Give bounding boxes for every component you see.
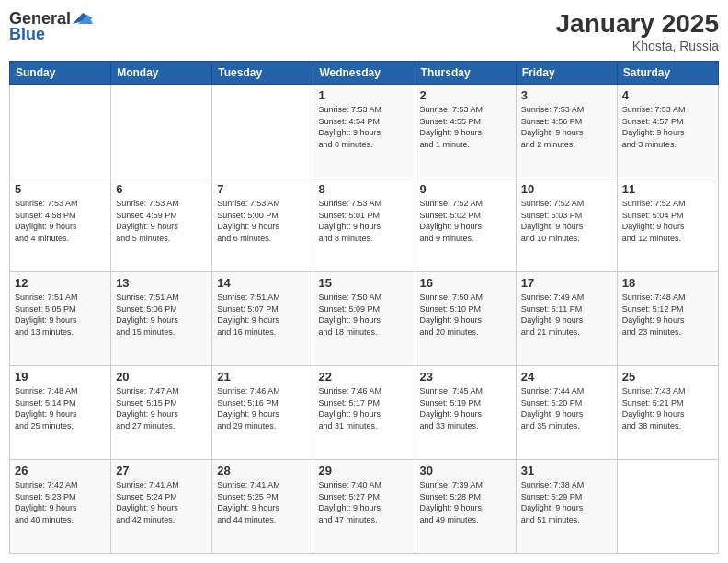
day-info-line: Sunset: 5:16 PM [217,397,308,409]
day-info-line: and 29 minutes. [217,420,308,432]
calendar-day-28: 28Sunrise: 7:41 AMSunset: 5:25 PMDayligh… [212,460,313,554]
day-number: 5 [15,182,106,196]
day-info-line: Sunrise: 7:42 AM [15,479,106,491]
day-number: 10 [521,182,612,196]
calendar-day-5: 5Sunrise: 7:53 AMSunset: 4:58 PMDaylight… [10,178,111,272]
day-info-line: and 42 minutes. [116,514,207,526]
day-number: 31 [521,464,612,477]
day-info-line: and 49 minutes. [420,514,511,526]
day-info-line: Daylight: 9 hours [217,315,308,327]
calendar-day-29: 29Sunrise: 7:40 AMSunset: 5:27 PMDayligh… [313,460,415,554]
day-info-line: Daylight: 9 hours [15,502,106,514]
day-info-line: Sunset: 5:06 PM [116,304,207,316]
day-info-line: and 51 minutes. [521,514,612,526]
day-number: 15 [318,276,409,290]
day-info-line: Sunrise: 7:46 AM [318,385,409,397]
day-info-line: and 27 minutes. [116,420,207,432]
day-info-line: and 8 minutes. [318,233,409,245]
day-info-line: Sunset: 5:15 PM [116,397,207,409]
calendar-table: SundayMondayTuesdayWednesdayThursdayFrid… [9,61,719,554]
calendar-day-16: 16Sunrise: 7:50 AMSunset: 5:10 PMDayligh… [415,272,516,366]
calendar-day-11: 11Sunrise: 7:52 AMSunset: 5:04 PMDayligh… [617,178,718,272]
day-info-line: and 10 minutes. [521,233,612,245]
day-number: 17 [521,276,612,290]
day-number: 9 [420,182,511,196]
day-info-line: Sunrise: 7:38 AM [521,479,612,491]
day-info-line: and 33 minutes. [420,420,511,432]
day-info-line: Sunrise: 7:50 AM [318,292,409,304]
day-info-line: Daylight: 9 hours [420,502,511,514]
calendar-day-23: 23Sunrise: 7:45 AMSunset: 5:19 PMDayligh… [415,366,516,460]
day-number: 8 [318,182,409,196]
day-number: 20 [116,370,207,384]
day-info-line: Sunset: 4:55 PM [420,116,511,128]
day-info-line: Sunset: 5:29 PM [521,491,612,503]
day-info-line: Sunset: 5:00 PM [217,210,308,222]
day-number: 1 [318,88,409,102]
day-number: 3 [521,88,612,102]
day-info-line: Daylight: 9 hours [521,221,612,233]
day-info-line: Daylight: 9 hours [622,221,713,233]
day-info-line: and 3 minutes. [622,139,713,151]
calendar-day-9: 9Sunrise: 7:52 AMSunset: 5:02 PMDaylight… [415,178,516,272]
day-info-line: Daylight: 9 hours [116,408,207,420]
day-info-line: Daylight: 9 hours [116,221,207,233]
day-info-line: and 38 minutes. [622,420,713,432]
day-info-line: Sunrise: 7:51 AM [116,292,207,304]
day-info-line: and 21 minutes. [521,327,612,339]
calendar-day-15: 15Sunrise: 7:50 AMSunset: 5:09 PMDayligh… [313,272,415,366]
day-info-line: and 23 minutes. [622,327,713,339]
day-info-line: Daylight: 9 hours [217,408,308,420]
day-of-week-friday: Friday [516,62,617,85]
calendar-week-row: 5Sunrise: 7:53 AMSunset: 4:58 PMDaylight… [10,178,719,272]
calendar-header-row: SundayMondayTuesdayWednesdayThursdayFrid… [10,62,719,85]
day-info-line: and 4 minutes. [15,233,106,245]
day-number: 19 [15,370,106,384]
day-info-line: and 13 minutes. [15,327,106,339]
day-info-line: and 16 minutes. [217,327,308,339]
day-info-line: Sunset: 5:10 PM [420,304,511,316]
day-info-line: Sunrise: 7:52 AM [420,198,511,210]
day-info-line: Sunset: 5:19 PM [420,397,511,409]
day-info-line: Sunrise: 7:52 AM [521,198,612,210]
day-info-line: and 31 minutes. [318,420,409,432]
day-info-line: Sunrise: 7:52 AM [622,198,713,210]
day-info-line: Sunrise: 7:43 AM [622,385,713,397]
calendar-day-26: 26Sunrise: 7:42 AMSunset: 5:23 PMDayligh… [10,460,111,554]
day-info-line: Sunrise: 7:51 AM [15,292,106,304]
day-info-line: Sunset: 5:14 PM [15,397,106,409]
month-title: January 2025 [556,9,719,39]
day-number: 14 [217,276,308,290]
day-number: 28 [217,464,308,477]
day-info-line: Sunrise: 7:46 AM [217,385,308,397]
day-info-line: Daylight: 9 hours [15,315,106,327]
day-info-line: Daylight: 9 hours [420,127,511,139]
day-number: 29 [318,464,409,477]
calendar-week-row: 1Sunrise: 7:53 AMSunset: 4:54 PMDaylight… [10,85,719,178]
day-info-line: Sunset: 5:25 PM [217,491,308,503]
day-info-line: and 6 minutes. [217,233,308,245]
day-info-line: Daylight: 9 hours [420,315,511,327]
day-info-line: and 2 minutes. [521,139,612,151]
day-info-line: Daylight: 9 hours [15,221,106,233]
day-info-line: Daylight: 9 hours [318,127,409,139]
day-info-line: Sunrise: 7:53 AM [318,198,409,210]
page: General Blue January 2025 Khosta, Russia… [0,0,728,563]
day-of-week-monday: Monday [111,62,212,85]
day-info-line: and 25 minutes. [15,420,106,432]
calendar-day-1: 1Sunrise: 7:53 AMSunset: 4:54 PMDaylight… [313,85,415,178]
day-of-week-saturday: Saturday [617,62,718,85]
calendar-day-30: 30Sunrise: 7:39 AMSunset: 5:28 PMDayligh… [415,460,516,554]
day-info-line: Sunset: 4:54 PM [318,116,409,128]
day-info-line: Sunrise: 7:53 AM [420,104,511,116]
day-info-line: Daylight: 9 hours [622,315,713,327]
title-block: January 2025 Khosta, Russia [556,9,719,53]
calendar-week-row: 19Sunrise: 7:48 AMSunset: 5:14 PMDayligh… [10,366,719,460]
day-info-line: Sunrise: 7:44 AM [521,385,612,397]
day-info-line: and 15 minutes. [116,327,207,339]
day-info-line: and 12 minutes. [622,233,713,245]
day-info-line: Sunset: 5:27 PM [318,491,409,503]
day-info-line: Daylight: 9 hours [318,315,409,327]
day-info-line: Daylight: 9 hours [420,408,511,420]
day-info-line: Daylight: 9 hours [116,315,207,327]
